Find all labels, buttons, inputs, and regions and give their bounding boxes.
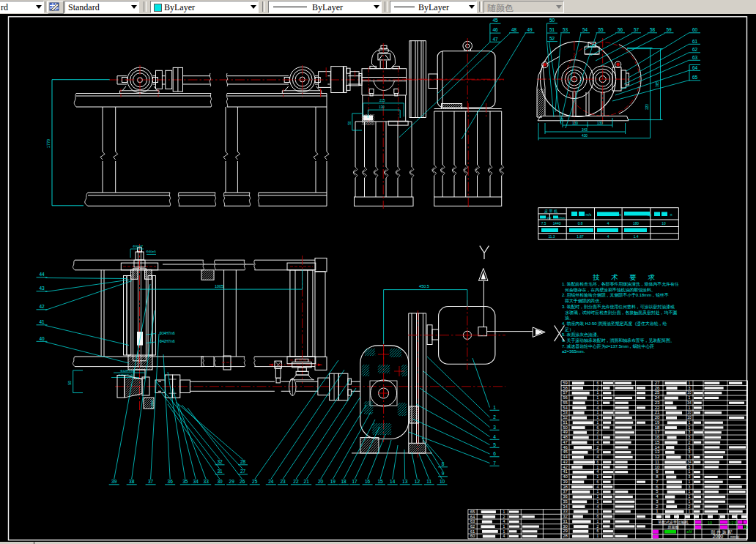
svg-text:45: 45 — [492, 18, 498, 23]
svg-text:32: 32 — [217, 459, 223, 464]
svg-text:11: 11 — [426, 479, 431, 484]
svg-text:365: 365 — [656, 81, 659, 87]
svg-text:43: 43 — [563, 460, 568, 464]
svg-text:48: 48 — [511, 27, 517, 32]
svg-text:Φ42H7/n6: Φ42H7/n6 — [159, 340, 174, 343]
svg-text:3: 3 — [493, 425, 496, 430]
svg-text:4: 4 — [597, 504, 599, 509]
svg-text:22: 22 — [293, 479, 299, 484]
svg-text:4. 箱座内装 HJ-50 润滑油至规定高度（浸住大齿轮，给: 4. 箱座内装 HJ-50 润滑油至规定高度（浸住大齿轮，给 — [562, 321, 667, 327]
svg-text:10: 10 — [687, 390, 692, 395]
svg-text:59: 59 — [666, 27, 672, 32]
svg-text:35: 35 — [563, 499, 568, 504]
svg-text:54: 54 — [582, 27, 588, 32]
svg-text:Φ34H7/n6: Φ34H7/n6 — [159, 332, 174, 335]
svg-text:18: 18 — [655, 425, 660, 430]
svg-text:25: 25 — [252, 479, 258, 484]
svg-text:48: 48 — [563, 435, 568, 439]
svg-text:a2=365mm.: a2=365mm. — [562, 349, 585, 354]
svg-text:10: 10 — [687, 415, 692, 420]
svg-text:3: 3 — [689, 465, 691, 469]
svg-text:45: 45 — [563, 450, 568, 454]
svg-text:4: 4 — [503, 534, 505, 538]
svg-text:53: 53 — [563, 410, 568, 414]
svg-text:1: 1 — [597, 395, 599, 400]
svg-text:6: 6 — [493, 451, 496, 456]
svg-text:2: 2 — [597, 524, 599, 529]
svg-text:1: 1 — [656, 509, 659, 513]
svg-text:51: 51 — [563, 420, 568, 425]
svg-text:4: 4 — [597, 455, 599, 459]
svg-text:1: 1 — [597, 420, 599, 425]
svg-text:1:2.5: 1:2.5 — [728, 521, 736, 525]
svg-text:42: 42 — [563, 465, 568, 469]
svg-text:35: 35 — [182, 479, 188, 484]
svg-text:34: 34 — [687, 460, 692, 464]
svg-text:20: 20 — [318, 479, 324, 484]
svg-text:37: 37 — [563, 489, 568, 493]
svg-text:130: 130 — [597, 122, 603, 125]
svg-text:26: 26 — [655, 386, 660, 390]
svg-text:m: m — [618, 213, 621, 217]
svg-text:29: 29 — [229, 479, 235, 484]
svg-text:65: 65 — [692, 75, 698, 80]
svg-text:2: 2 — [597, 430, 599, 434]
svg-text:1440: 1440 — [553, 222, 561, 226]
svg-text:4: 4 — [597, 406, 599, 410]
svg-text:3: 3 — [656, 499, 659, 504]
svg-text:4: 4 — [493, 434, 496, 439]
svg-text:14: 14 — [655, 445, 660, 450]
svg-text:3: 3 — [689, 386, 691, 390]
svg-text:36: 36 — [563, 494, 568, 499]
svg-text:1: 1 — [689, 395, 691, 400]
svg-text:44: 44 — [39, 272, 45, 277]
svg-text:4: 4 — [607, 235, 609, 239]
svg-text:13: 13 — [655, 450, 660, 454]
svg-text:28: 28 — [563, 534, 568, 538]
svg-text:56: 56 — [563, 395, 568, 400]
svg-text:1: 1 — [597, 509, 599, 513]
svg-text:6: 6 — [597, 529, 599, 533]
svg-text:60: 60 — [470, 534, 475, 538]
svg-text:12: 12 — [655, 455, 660, 459]
svg-text:10: 10 — [662, 222, 666, 226]
svg-text:2: 2 — [597, 386, 599, 390]
svg-text:2: 2 — [656, 504, 659, 509]
svg-text:15: 15 — [655, 440, 660, 444]
svg-text:皮 带 机: 皮 带 机 — [544, 209, 557, 214]
svg-text:1: 1 — [597, 494, 599, 499]
svg-text:62: 62 — [692, 47, 698, 52]
svg-text:58: 58 — [650, 27, 656, 32]
svg-text:21: 21 — [304, 479, 310, 484]
svg-text:130: 130 — [379, 105, 385, 109]
svg-text:38: 38 — [129, 479, 135, 484]
svg-text:57: 57 — [563, 390, 568, 395]
svg-text:3: 3 — [689, 485, 691, 489]
svg-text:223: 223 — [645, 104, 649, 110]
svg-text:8: 8 — [656, 474, 659, 479]
svg-text:33: 33 — [204, 479, 210, 484]
svg-text:56: 56 — [618, 27, 623, 32]
svg-text:21: 21 — [655, 410, 660, 414]
svg-text:6: 6 — [597, 480, 599, 484]
svg-text:6: 6 — [597, 381, 599, 385]
svg-text:1: 1 — [689, 494, 691, 499]
svg-text:39: 39 — [111, 479, 117, 484]
svg-text:13: 13 — [402, 479, 408, 484]
svg-text:27: 27 — [240, 469, 246, 474]
svg-text:25: 25 — [655, 390, 660, 395]
svg-text:17: 17 — [352, 479, 357, 484]
svg-text:Φ40e5: Φ40e5 — [146, 250, 156, 253]
svg-text:20: 20 — [655, 415, 660, 420]
svg-text:1: 1 — [689, 499, 691, 504]
svg-text:17: 17 — [655, 430, 660, 434]
svg-text:1: 1 — [597, 499, 599, 504]
svg-text:34: 34 — [193, 479, 199, 484]
svg-text:38: 38 — [563, 485, 568, 489]
svg-text:水玻璃，试转时应检查剖分面，各接触面及密封处，均不漏: 水玻璃，试转时应检查剖分面，各接触面及密封处，均不漏 — [565, 310, 677, 316]
svg-text:1: 1 — [503, 524, 505, 529]
svg-text:1: 1 — [597, 519, 599, 523]
svg-text:62: 62 — [470, 524, 475, 529]
svg-text:8: 8 — [442, 461, 445, 466]
svg-text:1005: 1005 — [215, 284, 223, 288]
